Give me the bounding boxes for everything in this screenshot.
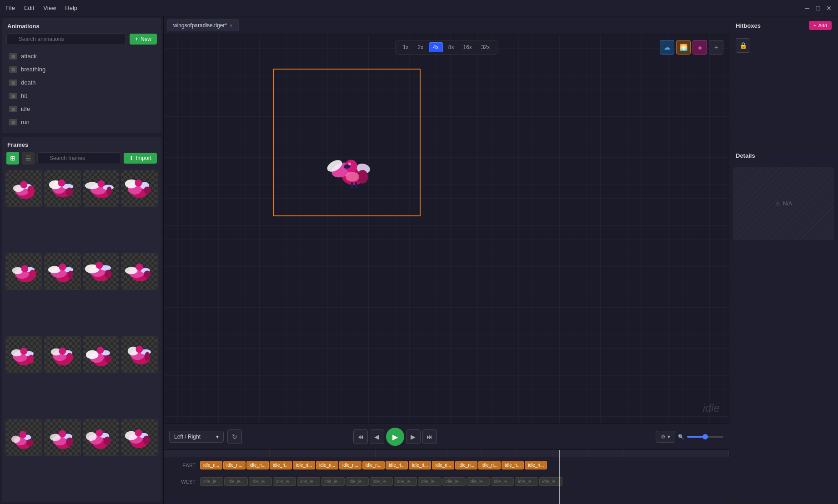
frames-list-view-button[interactable]: ☰ — [22, 152, 35, 165]
back-button[interactable]: ◀ — [370, 429, 384, 444]
menu-view[interactable]: View — [43, 5, 56, 11]
track-frame[interactable]: idle_le... — [418, 477, 441, 486]
frames-toolbar: ⊞ ☰ 🔍 ⬆ Import — [2, 152, 161, 168]
track-frame[interactable]: idle_ri... — [246, 461, 269, 469]
frames-grid-view-button[interactable]: ⊞ — [6, 152, 19, 165]
anim-item-idle[interactable]: idle — [5, 102, 159, 115]
svg-point-11 — [58, 180, 65, 187]
track-frame[interactable]: idle_le... — [321, 477, 344, 486]
zoom-1x-button[interactable]: 1x — [399, 43, 412, 52]
view-mode-add-button[interactable]: + — [709, 40, 723, 55]
view-mode-pink-button[interactable]: ◈ — [692, 40, 707, 55]
track-frame[interactable]: idle_ri... — [478, 461, 501, 469]
zoom-16x-button[interactable]: 16x — [460, 43, 476, 52]
svg-point-89 — [95, 429, 103, 437]
frame-cell-1[interactable] — [5, 170, 42, 207]
frame-cell-13[interactable] — [5, 419, 42, 456]
animations-list: attack breathing death hit idle — [2, 50, 161, 133]
svg-point-23 — [135, 180, 142, 187]
track-frame[interactable]: idle_ri... — [432, 461, 454, 469]
track-frame[interactable]: idle_ri... — [455, 461, 477, 469]
menu-file[interactable]: File — [5, 5, 15, 11]
anim-item-breathing[interactable]: breathing — [5, 63, 159, 76]
zoom-8x-button[interactable]: 8x — [445, 43, 458, 52]
frame-cell-6[interactable] — [44, 253, 81, 290]
maximize-button[interactable]: □ — [814, 5, 822, 12]
track-frame[interactable]: idle_le... — [200, 477, 223, 486]
svg-point-83 — [59, 430, 66, 438]
frames-search-input[interactable] — [37, 152, 121, 164]
frame-cell-3[interactable] — [83, 170, 120, 207]
playback-settings-button[interactable]: ⚙ ▾ — [656, 431, 675, 443]
speed-slider[interactable] — [687, 436, 723, 438]
track-frame[interactable]: idle_ri... — [525, 461, 547, 469]
view-mode-sky-button[interactable]: ☁ — [660, 40, 674, 55]
anim-item-attack[interactable]: attack — [5, 50, 159, 63]
track-frame[interactable]: idle_le... — [249, 477, 272, 486]
skip-back-button[interactable]: ⏮ — [353, 429, 368, 444]
timeline-tracks: EAST idle_ri... idle_ri... idle_ri... id… — [164, 457, 729, 490]
tab-close-button[interactable]: × — [230, 23, 232, 28]
minimize-button[interactable]: ─ — [803, 5, 811, 12]
frame-cell-7[interactable] — [83, 253, 120, 290]
menu-help[interactable]: Help — [65, 5, 77, 11]
track-frame[interactable]: idle_ri... — [200, 461, 222, 469]
track-frame[interactable]: idle_le... — [539, 477, 562, 486]
track-frame[interactable]: idle_ri... — [362, 461, 385, 469]
zoom-32x-button[interactable]: 32x — [477, 43, 493, 52]
zoom-2x-button[interactable]: 2x — [414, 43, 427, 52]
animations-new-button[interactable]: + New — [130, 34, 157, 45]
canvas-area[interactable]: 1x 2x 4x 8x 16x 32x ☁ 🌅 ◈ + — [164, 35, 729, 424]
track-frame[interactable]: idle_le... — [346, 477, 369, 486]
timeline: EAST idle_ri... idle_ri... idle_ri... id… — [164, 449, 729, 504]
frame-cell-5[interactable] — [5, 253, 42, 290]
track-frame[interactable]: idle_le... — [442, 477, 466, 486]
view-mode-sunset-button[interactable]: 🌅 — [676, 40, 691, 55]
frame-cell-8[interactable] — [121, 253, 158, 290]
animations-search-input[interactable] — [6, 33, 126, 45]
track-frame[interactable]: idle_le... — [394, 477, 417, 486]
zoom-4x-button[interactable]: 4x — [429, 42, 443, 52]
frame-cell-16[interactable] — [121, 419, 158, 456]
track-frame[interactable]: idle_ri... — [502, 461, 524, 469]
frame-cell-11[interactable] — [83, 336, 120, 373]
ruler-mark — [199, 450, 235, 457]
anim-item-run[interactable]: run — [5, 115, 159, 129]
play-button[interactable]: ▶ — [386, 428, 404, 446]
anim-item-hit[interactable]: hit — [5, 89, 159, 102]
track-frame[interactable]: idle_ri... — [409, 461, 431, 469]
frame-cell-9[interactable] — [5, 336, 42, 373]
frame-cell-15[interactable] — [83, 419, 120, 456]
track-frame[interactable]: idle_le... — [224, 477, 247, 486]
forward-button[interactable]: ▶ — [406, 429, 421, 444]
track-frame[interactable]: idle_ri... — [223, 461, 246, 469]
details-na: ⚠ N/A — [775, 200, 792, 207]
track-frame[interactable]: idle_le... — [491, 477, 514, 486]
anim-item-death[interactable]: death — [5, 76, 159, 89]
track-frame[interactable]: idle_ri... — [270, 461, 292, 469]
frame-cell-4[interactable] — [121, 170, 158, 207]
lock-button[interactable]: 🔒 — [736, 38, 750, 53]
frame-cell-14[interactable] — [44, 419, 81, 456]
direction-select[interactable]: Left / Right ▾ — [169, 431, 224, 443]
menu-edit[interactable]: Edit — [24, 5, 34, 11]
frames-import-button[interactable]: ⬆ Import — [124, 153, 157, 164]
track-frame[interactable]: idle_ri... — [339, 461, 361, 469]
track-frame[interactable]: idle_le... — [297, 477, 320, 486]
track-frame[interactable]: idle_le... — [515, 477, 538, 486]
track-frame[interactable]: idle_le... — [467, 477, 490, 486]
track-frame[interactable]: idle_le... — [370, 477, 393, 486]
track-frame[interactable]: idle_ri... — [386, 461, 408, 469]
refresh-button[interactable]: ↻ — [227, 429, 242, 444]
frame-cell-12[interactable] — [121, 336, 158, 373]
svg-point-65 — [96, 346, 104, 354]
track-frame[interactable]: idle_ri... — [316, 461, 338, 469]
close-button[interactable]: ✕ — [825, 5, 833, 12]
frame-cell-10[interactable] — [44, 336, 81, 373]
tab-wingsofparadise[interactable]: wingsofparadise.tiger* × — [167, 19, 239, 31]
track-frame[interactable]: idle_le... — [273, 477, 296, 486]
hitboxes-add-button[interactable]: + Add — [809, 21, 832, 30]
skip-forward-button[interactable]: ⏭ — [422, 429, 437, 444]
frame-cell-2[interactable] — [44, 170, 81, 207]
track-frame[interactable]: idle_ri... — [293, 461, 315, 469]
